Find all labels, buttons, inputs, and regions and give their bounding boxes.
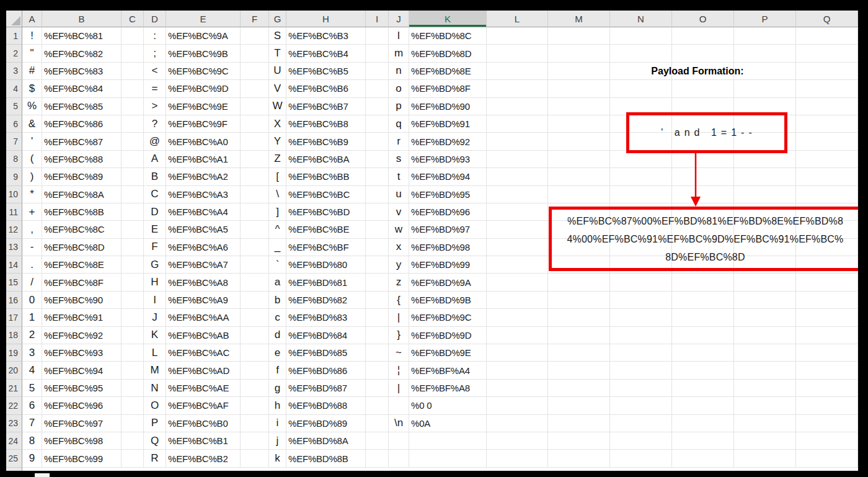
cell-P4[interactable] [734, 80, 796, 97]
cell-A24[interactable]: 8 [22, 432, 42, 450]
cell-E7[interactable]: %EF%BC%A0 [166, 133, 241, 150]
cell-G21[interactable]: g [269, 380, 286, 397]
cell-H17[interactable]: %EF%BD%83 [286, 309, 366, 326]
column-header-K[interactable]: K [409, 11, 487, 27]
cell-I17[interactable] [366, 309, 389, 326]
cell-L23[interactable] [487, 415, 548, 432]
cell-F5[interactable] [241, 98, 269, 115]
cell-J6[interactable]: q [389, 115, 409, 133]
cell-B18[interactable]: %EF%BC%92 [42, 327, 122, 344]
cell-L4[interactable] [487, 80, 548, 97]
cell-Q25[interactable] [796, 450, 858, 467]
cell-L1[interactable] [487, 27, 548, 45]
cell-F25[interactable] [241, 450, 269, 467]
cell-B13[interactable]: %EF%BC%8D [42, 239, 122, 256]
cell-G5[interactable]: W [269, 98, 286, 115]
cell-M15[interactable] [548, 274, 610, 291]
cell-J2[interactable]: m [389, 45, 409, 62]
cell-Q3[interactable] [796, 63, 858, 80]
cell-A25[interactable]: 9 [22, 450, 42, 467]
cell-C11[interactable] [122, 203, 144, 221]
cell-J4[interactable]: o [389, 80, 409, 97]
cell-G4[interactable]: V [269, 80, 286, 97]
cell-E18[interactable]: %EF%BC%AB [166, 327, 241, 344]
cell-M11[interactable] [548, 203, 610, 221]
row-header-7[interactable]: 7 [6, 133, 22, 150]
cell-P18[interactable] [734, 327, 796, 344]
cell-I4[interactable] [366, 80, 389, 97]
cell-B22[interactable]: %EF%BC%96 [42, 397, 122, 414]
cell-D12[interactable]: E [144, 221, 166, 238]
cell-P20[interactable] [734, 362, 796, 379]
cell-N14[interactable] [610, 256, 672, 274]
row-header-16[interactable]: 16 [6, 292, 22, 309]
cell-D23[interactable]: P [144, 415, 166, 432]
cell-O5[interactable] [672, 98, 734, 115]
cell-G19[interactable]: e [269, 344, 286, 362]
cell-C25[interactable] [122, 450, 144, 467]
column-header-B[interactable]: B [42, 11, 122, 27]
cell-K12[interactable]: %EF%BD%97 [409, 221, 487, 238]
row-header-14[interactable]: 14 [6, 256, 22, 274]
cell-J13[interactable]: x [389, 239, 409, 256]
cell-A11[interactable]: + [22, 203, 42, 221]
cell-B1[interactable]: %EF%BC%81 [42, 27, 122, 45]
row-header-13[interactable]: 13 [6, 239, 22, 256]
cell-J8[interactable]: s [389, 151, 409, 168]
cell-A14[interactable]: . [22, 256, 42, 274]
cell-H9[interactable]: %EF%BC%BB [286, 168, 366, 185]
cell-E4[interactable]: %EF%BC%9D [166, 80, 241, 97]
cell-I24[interactable] [366, 432, 389, 450]
cell-A3[interactable]: # [22, 63, 42, 80]
cell-N10[interactable] [610, 186, 672, 203]
cell-G1[interactable]: S [269, 27, 286, 45]
cell-N19[interactable] [610, 344, 672, 362]
cell-D10[interactable]: C [144, 186, 166, 203]
cell-P23[interactable] [734, 415, 796, 432]
cell-G20[interactable]: f [269, 362, 286, 379]
cell-P1[interactable] [734, 27, 796, 45]
cell-B21[interactable]: %EF%BC%95 [42, 380, 122, 397]
cell-G3[interactable]: U [269, 63, 286, 80]
cell-N25[interactable] [610, 450, 672, 467]
cell-C19[interactable] [122, 344, 144, 362]
cell-I11[interactable] [366, 203, 389, 221]
cell-Q16[interactable] [796, 292, 858, 309]
cell-O22[interactable] [672, 397, 734, 414]
column-header-J[interactable]: J [389, 11, 409, 27]
cell-G6[interactable]: X [269, 115, 286, 133]
cell-D24[interactable]: Q [144, 432, 166, 450]
cell-E6[interactable]: %EF%BC%9F [166, 115, 241, 133]
cell-F9[interactable] [241, 168, 269, 185]
cell-K4[interactable]: %EF%BD%8F [409, 80, 487, 97]
cell-F16[interactable] [241, 292, 269, 309]
cell-B19[interactable]: %EF%BC%93 [42, 344, 122, 362]
cell-C20[interactable] [122, 362, 144, 379]
cell-E12[interactable]: %EF%BC%A5 [166, 221, 241, 238]
cell-K14[interactable]: %EF%BD%99 [409, 256, 487, 274]
cell-M9[interactable] [548, 168, 610, 185]
cell-A1[interactable]: ! [22, 27, 42, 45]
cell-O23[interactable] [672, 415, 734, 432]
cell-P10[interactable] [734, 186, 796, 203]
cell-A20[interactable]: 4 [22, 362, 42, 379]
cell-E10[interactable]: %EF%BC%A3 [166, 186, 241, 203]
cell-F4[interactable] [241, 80, 269, 97]
cell-F22[interactable] [241, 397, 269, 414]
cell-G13[interactable]: _ [269, 239, 286, 256]
cell-Q7[interactable] [796, 133, 858, 150]
cell-D11[interactable]: D [144, 203, 166, 221]
cell-I2[interactable] [366, 45, 389, 62]
cell-M13[interactable] [548, 239, 610, 256]
column-header-M[interactable]: M [548, 11, 610, 27]
cell-J1[interactable]: l [389, 27, 409, 45]
cell-G11[interactable]: ] [269, 203, 286, 221]
cell-P12[interactable] [734, 221, 796, 238]
cell-M19[interactable] [548, 344, 610, 362]
cell-C16[interactable] [122, 292, 144, 309]
cell-D6[interactable]: ? [144, 115, 166, 133]
column-header-L[interactable]: L [487, 11, 548, 27]
cell-C15[interactable] [122, 274, 144, 291]
cell-N5[interactable] [610, 98, 672, 115]
cell-H10[interactable]: %EF%BC%BC [286, 186, 366, 203]
